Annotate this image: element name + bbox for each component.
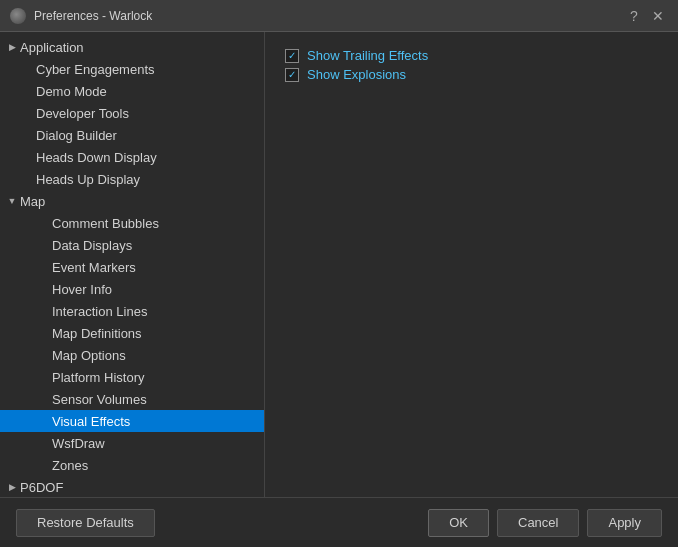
sidebar-item-p6dof[interactable]: ▶P6DOF xyxy=(0,476,264,497)
checkbox-label-show-trailing-effects[interactable]: Show Trailing Effects xyxy=(307,48,428,63)
sidebar-item-label: Cyber Engagements xyxy=(36,62,155,77)
sidebar-item-label: Demo Mode xyxy=(36,84,107,99)
sidebar-item-label: Visual Effects xyxy=(52,414,130,429)
sidebar-item-label: Application xyxy=(20,40,84,55)
sidebar-item-label: Comment Bubbles xyxy=(52,216,159,231)
ok-button[interactable]: OK xyxy=(428,509,489,537)
sidebar-item-event-markers[interactable]: Event Markers xyxy=(0,256,264,278)
bottom-bar-left: Restore Defaults xyxy=(16,509,428,537)
title-bar-buttons: ? ✕ xyxy=(624,6,668,26)
sidebar-item-zones[interactable]: Zones xyxy=(0,454,264,476)
collapse-icon[interactable]: ▼ xyxy=(4,193,20,209)
sidebar-item-data-displays[interactable]: Data Displays xyxy=(0,234,264,256)
content-area: Show Trailing EffectsShow Explosions xyxy=(265,32,678,497)
expand-icon[interactable]: ▶ xyxy=(4,479,20,495)
restore-defaults-button[interactable]: Restore Defaults xyxy=(16,509,155,537)
sidebar-item-developer-tools[interactable]: Developer Tools xyxy=(0,102,264,124)
sidebar-item-map-definitions[interactable]: Map Definitions xyxy=(0,322,264,344)
sidebar-item-label: Map Options xyxy=(52,348,126,363)
sidebar-item-label: WsfDraw xyxy=(52,436,105,451)
sidebar-item-wsfdraw[interactable]: WsfDraw xyxy=(0,432,264,454)
sidebar-item-map-options[interactable]: Map Options xyxy=(0,344,264,366)
help-button[interactable]: ? xyxy=(624,6,644,26)
sidebar-item-label: Event Markers xyxy=(52,260,136,275)
bottom-bar: Restore Defaults OK Cancel Apply xyxy=(0,497,678,547)
sidebar-item-heads-up-display[interactable]: Heads Up Display xyxy=(0,168,264,190)
sidebar-item-label: Hover Info xyxy=(52,282,112,297)
sidebar-item-label: Heads Up Display xyxy=(36,172,140,187)
sidebar-item-label: Interaction Lines xyxy=(52,304,147,319)
sidebar-item-label: Map Definitions xyxy=(52,326,142,341)
sidebar-item-label: Map xyxy=(20,194,45,209)
cancel-button[interactable]: Cancel xyxy=(497,509,579,537)
sidebar-item-heads-down-display[interactable]: Heads Down Display xyxy=(0,146,264,168)
sidebar-item-label: Heads Down Display xyxy=(36,150,157,165)
close-button[interactable]: ✕ xyxy=(648,6,668,26)
sidebar-item-dialog-builder[interactable]: Dialog Builder xyxy=(0,124,264,146)
sidebar-item-demo-mode[interactable]: Demo Mode xyxy=(0,80,264,102)
sidebar-item-visual-effects[interactable]: Visual Effects xyxy=(0,410,264,432)
sidebar-item-application[interactable]: ▶Application xyxy=(0,36,264,58)
expand-icon[interactable]: ▶ xyxy=(4,39,20,55)
title-bar: Preferences - Warlock ? ✕ xyxy=(0,0,678,32)
checkbox-label-show-explosions[interactable]: Show Explosions xyxy=(307,67,406,82)
sidebar-item-label: Data Displays xyxy=(52,238,132,253)
checkbox-show-explosions[interactable] xyxy=(285,68,299,82)
sidebar-item-map[interactable]: ▼Map xyxy=(0,190,264,212)
sidebar-item-label: Dialog Builder xyxy=(36,128,117,143)
sidebar: ▶ApplicationCyber EngagementsDemo ModeDe… xyxy=(0,32,265,497)
window-title: Preferences - Warlock xyxy=(34,9,624,23)
sidebar-item-label: Sensor Volumes xyxy=(52,392,147,407)
sidebar-item-label: Developer Tools xyxy=(36,106,129,121)
content-scroll: Show Trailing EffectsShow Explosions xyxy=(285,48,658,481)
sidebar-item-interaction-lines[interactable]: Interaction Lines xyxy=(0,300,264,322)
main-layout: ▶ApplicationCyber EngagementsDemo ModeDe… xyxy=(0,32,678,497)
sidebar-item-hover-info[interactable]: Hover Info xyxy=(0,278,264,300)
bottom-bar-right: OK Cancel Apply xyxy=(428,509,662,537)
sidebar-item-platform-history[interactable]: Platform History xyxy=(0,366,264,388)
sidebar-item-comment-bubbles[interactable]: Comment Bubbles xyxy=(0,212,264,234)
sidebar-item-sensor-volumes[interactable]: Sensor Volumes xyxy=(0,388,264,410)
apply-button[interactable]: Apply xyxy=(587,509,662,537)
sidebar-item-label: Zones xyxy=(52,458,88,473)
app-icon xyxy=(10,8,26,24)
checkbox-show-trailing-effects[interactable] xyxy=(285,49,299,63)
checkbox-row-show-trailing-effects: Show Trailing Effects xyxy=(285,48,658,63)
sidebar-item-cyber-engagements[interactable]: Cyber Engagements xyxy=(0,58,264,80)
sidebar-item-label: Platform History xyxy=(52,370,144,385)
checkbox-row-show-explosions: Show Explosions xyxy=(285,67,658,82)
sidebar-item-label: P6DOF xyxy=(20,480,63,495)
